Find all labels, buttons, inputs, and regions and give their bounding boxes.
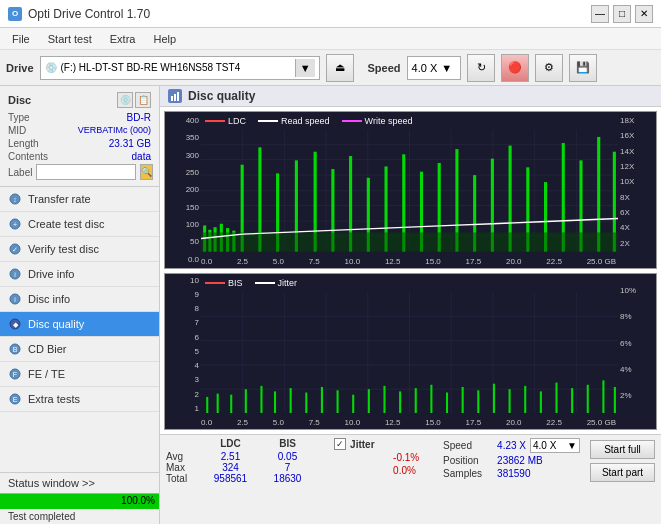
cd-bier-label: CD Bier bbox=[28, 343, 67, 355]
legend-ldc: LDC bbox=[205, 116, 246, 126]
maximize-button[interactable]: □ bbox=[613, 5, 631, 23]
sidebar-item-drive-info[interactable]: i Drive info bbox=[0, 262, 159, 287]
status-window-label: Status window >> bbox=[8, 477, 95, 489]
legend-writespeed-color bbox=[342, 120, 362, 122]
menubar: File Start test Extra Help bbox=[0, 28, 661, 50]
svg-rect-99 bbox=[477, 390, 479, 413]
disc-length-val: 23.31 GB bbox=[109, 138, 151, 149]
app-icon: O bbox=[8, 7, 22, 21]
settings-button2[interactable]: ⚙ bbox=[535, 54, 563, 82]
svg-rect-96 bbox=[430, 384, 432, 413]
legend-writespeed: Write speed bbox=[342, 116, 413, 126]
speed-section: Speed 4.23 X 4.0 X ▼ Position 23862 MB S… bbox=[443, 438, 580, 479]
disc-length-row: Length 23.31 GB bbox=[8, 138, 151, 149]
drive-info-label: Drive info bbox=[28, 268, 74, 280]
create-test-disc-label: Create test disc bbox=[28, 218, 104, 230]
legend-readspeed: Read speed bbox=[258, 116, 330, 126]
svg-rect-107 bbox=[602, 380, 604, 413]
sidebar-item-create-test-disc[interactable]: + Create test disc bbox=[0, 212, 159, 237]
status-area: Status window >> 100.0% Test completed bbox=[0, 472, 159, 524]
minimize-button[interactable]: — bbox=[591, 5, 609, 23]
speed-select-box[interactable]: 4.0 X ▼ bbox=[530, 438, 580, 453]
eject-button[interactable]: ⏏ bbox=[326, 54, 354, 82]
disc-type-row: Type BD-R bbox=[8, 112, 151, 123]
sidebar-item-disc-info[interactable]: i Disc info bbox=[0, 287, 159, 312]
progress-bar-container: 100.0% bbox=[0, 493, 159, 509]
verify-test-disc-icon: ✓ bbox=[8, 242, 22, 256]
svg-rect-18 bbox=[171, 96, 173, 101]
stats-avg-bis: 0.05 bbox=[260, 451, 315, 462]
close-button[interactable]: ✕ bbox=[635, 5, 653, 23]
refresh-button[interactable]: ↻ bbox=[467, 54, 495, 82]
svg-rect-19 bbox=[174, 94, 176, 101]
fe-te-icon: F bbox=[8, 367, 22, 381]
svg-rect-20 bbox=[177, 92, 179, 101]
menu-starttest[interactable]: Start test bbox=[40, 31, 100, 47]
cd-bier-icon: B bbox=[8, 342, 22, 356]
legend-ldc-color bbox=[205, 120, 225, 122]
svg-rect-105 bbox=[571, 388, 573, 413]
sidebar-item-verify-test-disc[interactable]: ✓ Verify test disc bbox=[0, 237, 159, 262]
disc-panel-header: Disc 💿 📋 bbox=[8, 92, 151, 108]
top-chart-svg bbox=[201, 130, 618, 252]
speed-current-val: 4.23 X bbox=[497, 440, 526, 451]
disc-icon-btn1[interactable]: 💿 bbox=[117, 92, 133, 108]
sidebar-item-cd-bier[interactable]: B CD Bier bbox=[0, 337, 159, 362]
sidebar-item-disc-quality[interactable]: ◆ Disc quality bbox=[0, 312, 159, 337]
stats-max-bis: 7 bbox=[260, 462, 315, 473]
menu-extra[interactable]: Extra bbox=[102, 31, 144, 47]
save-button[interactable]: 💾 bbox=[569, 54, 597, 82]
stats-max-ldc: 324 bbox=[203, 462, 258, 473]
stats-table: LDC BIS Avg 2.51 0.05 Max 324 7 Total 95… bbox=[166, 438, 324, 484]
jitter-max-key bbox=[334, 465, 389, 476]
stats-header-ldc: LDC bbox=[203, 438, 258, 449]
extra-tests-icon: E bbox=[8, 392, 22, 406]
label-search-btn[interactable]: 🔍 bbox=[140, 164, 153, 180]
svg-rect-103 bbox=[540, 391, 542, 413]
sidebar-item-fe-te[interactable]: F FE / TE bbox=[0, 362, 159, 387]
chart-header-icon bbox=[168, 89, 182, 103]
jitter-avg-row: -0.1% bbox=[334, 452, 433, 463]
sidebar-item-transfer-rate[interactable]: ↕ Transfer rate bbox=[0, 187, 159, 212]
svg-rect-89 bbox=[321, 386, 323, 413]
stats-avg-row: Avg 2.51 0.05 bbox=[166, 451, 324, 462]
svg-rect-104 bbox=[555, 382, 557, 413]
samples-val: 381590 bbox=[497, 468, 530, 479]
bottom-chart-canvas bbox=[201, 292, 618, 414]
svg-rect-108 bbox=[614, 386, 616, 413]
label-input[interactable] bbox=[36, 164, 136, 180]
drive-dropdown-arrow[interactable]: ▼ bbox=[295, 59, 315, 77]
bottom-chart-x-axis: 0.0 2.5 5.0 7.5 10.0 12.5 15.0 17.5 20.0… bbox=[201, 416, 616, 429]
stats-max-row: Max 324 7 bbox=[166, 462, 324, 473]
svg-rect-66 bbox=[201, 232, 618, 251]
create-test-disc-icon: + bbox=[8, 217, 22, 231]
disc-length-key: Length bbox=[8, 138, 39, 149]
svg-rect-101 bbox=[509, 389, 511, 413]
settings-button1[interactable]: 🔴 bbox=[501, 54, 529, 82]
svg-rect-97 bbox=[446, 392, 448, 413]
content-area: Disc quality LDC Read speed bbox=[160, 86, 661, 524]
menu-help[interactable]: Help bbox=[145, 31, 184, 47]
status-completed-text: Test completed bbox=[0, 509, 159, 524]
jitter-checkbox[interactable]: ✓ bbox=[334, 438, 346, 450]
disc-icon-btn2[interactable]: 📋 bbox=[135, 92, 151, 108]
jitter-avg-key bbox=[334, 452, 389, 463]
status-window-button[interactable]: Status window >> bbox=[0, 473, 159, 493]
transfer-rate-label: Transfer rate bbox=[28, 193, 91, 205]
top-chart: LDC Read speed Write speed 400 350 bbox=[164, 111, 657, 269]
menu-file[interactable]: File bbox=[4, 31, 38, 47]
top-chart-canvas bbox=[201, 130, 618, 252]
drive-select[interactable]: 💿 (F:) HL-DT-ST BD-RE WH16NS58 TST4 ▼ bbox=[40, 56, 320, 80]
sidebar-item-extra-tests[interactable]: E Extra tests bbox=[0, 387, 159, 412]
svg-rect-98 bbox=[462, 386, 464, 413]
samples-key: Samples bbox=[443, 468, 493, 479]
titlebar: O Opti Drive Control 1.70 — □ ✕ bbox=[0, 0, 661, 28]
drive-info-icon: i bbox=[8, 267, 22, 281]
disc-mid-val: VERBATIMc (000) bbox=[78, 125, 151, 136]
start-full-button[interactable]: Start full bbox=[590, 440, 655, 459]
position-key: Position bbox=[443, 455, 493, 466]
start-part-button[interactable]: Start part bbox=[590, 463, 655, 482]
svg-text:↕: ↕ bbox=[13, 196, 17, 203]
bottom-chart-legend: BIS Jitter bbox=[205, 278, 297, 288]
speed-select[interactable]: 4.0 X ▼ bbox=[407, 56, 462, 80]
